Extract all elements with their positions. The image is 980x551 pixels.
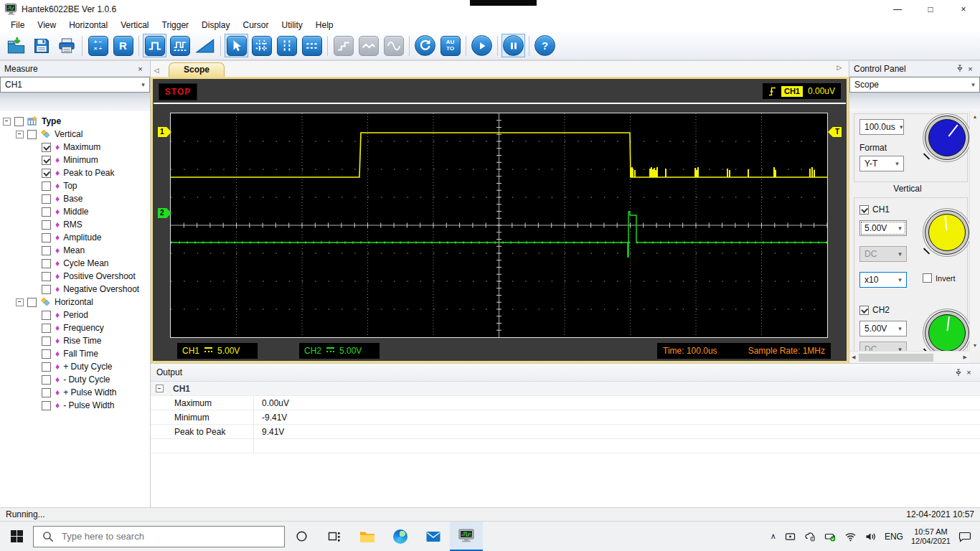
cursor-select-icon[interactable] [225,34,248,57]
edge-button[interactable] [384,522,417,551]
timebase-knob[interactable] [925,116,969,160]
hantek-app-button[interactable] [450,522,483,551]
menu-item-trigger[interactable]: Trigger [156,20,196,30]
measure-item-base[interactable]: ♦Base [0,192,150,205]
pause-icon[interactable] [501,34,525,57]
trigger-level-marker[interactable]: T [828,127,842,137]
measure-checkbox[interactable] [27,298,37,307]
output-group-row[interactable]: CH1 [151,382,980,396]
menu-item-cursor[interactable]: Cursor [236,20,275,30]
scrollbar-thumb[interactable] [859,354,933,362]
measure-item-type[interactable]: Type [0,115,150,128]
measure-checkbox[interactable] [42,194,51,204]
measure-checkbox[interactable] [42,207,51,217]
measure-checkbox[interactable] [42,246,51,255]
menu-item-utility[interactable]: Utility [275,20,308,30]
menu-item-display[interactable]: Display [195,20,236,30]
math-icon[interactable]: + −× ÷ [86,34,110,57]
tab-scope[interactable]: Scope [169,62,225,77]
taskbar-clock[interactable]: 10:57 AM 12/04/2021 [911,527,951,546]
mail-button[interactable] [417,522,450,551]
measure-item-horizontal[interactable]: Horizontal [0,296,150,309]
wifi-icon[interactable] [844,531,857,542]
ch1-coupling-select[interactable]: DC ▾ [859,246,907,262]
measure-item-negative-overshoot[interactable]: ♦Negative Overshoot [0,283,150,296]
measure-close-icon[interactable]: × [135,65,146,73]
pin-icon[interactable] [953,369,963,377]
start-icon[interactable] [470,34,494,57]
measure-checkbox[interactable] [42,182,51,191]
tab-scroll-right-icon[interactable]: ▷ [834,64,845,71]
cortana-button[interactable] [285,522,318,551]
measure-checkbox[interactable] [42,285,51,294]
control-mode-select[interactable]: Scope ▾ [849,77,980,93]
measure-checkbox[interactable] [42,259,51,268]
maximize-button[interactable]: □ [914,0,947,18]
control-panel-vertical-scrollbar[interactable]: ▲ ▼ [969,111,980,351]
tray-expand-icon[interactable]: ∧ [771,532,776,541]
minimize-button[interactable]: — [881,0,914,18]
help-icon[interactable]: ? [533,34,557,57]
ch1-probe-select[interactable]: x10 ▾ [859,272,907,288]
measure-item-top[interactable]: ♦Top [0,179,150,192]
measure-item-pulse-width[interactable]: ♦- Pulse Width [0,399,150,412]
menu-item-vertical[interactable]: Vertical [114,20,155,30]
measure-channel-select[interactable]: CH1 ▾ [0,77,150,93]
measure-checkbox[interactable] [42,156,51,165]
measure-item-peak-to-peak[interactable]: ♦Peak to Peak [0,166,150,179]
measure-checkbox[interactable] [42,233,51,242]
ch2-position-knob[interactable] [925,311,969,355]
scroll-left-icon[interactable]: ◀ [852,354,855,360]
measure-checkbox[interactable] [42,401,51,410]
ch2-enable-checkbox[interactable] [859,306,869,315]
expand-toggle-icon[interactable] [16,131,24,138]
reference-wave-icon[interactable]: R [111,34,135,57]
measure-item-amplitude[interactable]: ♦Amplitude [0,231,150,244]
measure-item-positive-overshoot[interactable]: ♦Positive Overshoot [0,270,150,283]
measure-item-duty-cycle[interactable]: ♦+ Duty Cycle [0,360,150,373]
tab-scroll-left-icon[interactable]: ◁ [151,67,162,74]
refresh-icon[interactable] [413,34,437,57]
menu-item-help[interactable]: Help [309,20,340,30]
search-input[interactable] [60,530,242,542]
measure-checkbox[interactable] [42,311,51,320]
scope-screen[interactable] [170,113,828,338]
measure-item-period[interactable]: ♦Period [0,309,150,321]
measure-item-fall-time[interactable]: ♦Fall Time [0,347,150,360]
print-icon[interactable] [55,34,78,57]
battery-shield-icon[interactable] [824,531,837,542]
measure-item-maximum[interactable]: ♦Maximum [0,141,150,154]
horizontal-cursors-icon[interactable] [300,34,324,57]
measure-checkbox[interactable] [14,117,24,126]
measure-item-cycle-mean[interactable]: ♦Cycle Mean [0,257,150,270]
measure-checkbox[interactable] [42,336,51,346]
measure-item-mean[interactable]: ♦Mean [0,244,150,257]
ch1-scale-select[interactable]: 5.00V ▾ [859,220,907,236]
ch1-enable-checkbox[interactable] [859,205,869,215]
auto-setup-icon[interactable]: AUTO [438,34,462,57]
ch1-position-knob[interactable] [925,210,969,255]
pin-icon[interactable] [954,65,965,72]
measure-item-pulse-width[interactable]: ♦+ Pulse Width [0,386,150,399]
output-close-icon[interactable]: × [963,368,974,377]
ch2-scale-select[interactable]: 5.00V ▾ [859,321,907,336]
run-stop-indicator[interactable]: STOP [159,83,197,100]
measure-checkbox[interactable] [42,272,51,281]
onedrive-paused-icon[interactable] [804,531,816,542]
save-icon[interactable] [29,34,53,57]
taskbar-search[interactable] [33,526,285,547]
speaker-icon[interactable] [864,531,877,542]
vertical-cursors-icon[interactable] [275,34,298,57]
menu-item-horizontal[interactable]: Horizontal [62,20,114,30]
measure-item-rise-time[interactable]: ♦Rise Time [0,334,150,347]
menu-item-file[interactable]: File [4,20,31,30]
expand-toggle-icon[interactable] [3,118,11,126]
close-button[interactable]: × [947,0,980,18]
collapse-icon[interactable] [156,385,164,392]
action-center-icon[interactable] [958,531,971,542]
timebase-select[interactable]: 100.0us ▾ [859,119,904,135]
measure-checkbox[interactable] [42,324,51,333]
scroll-down-icon[interactable]: ▼ [973,343,978,348]
trigger-level-icon[interactable] [168,34,192,57]
language-indicator[interactable]: ENG [885,532,903,542]
